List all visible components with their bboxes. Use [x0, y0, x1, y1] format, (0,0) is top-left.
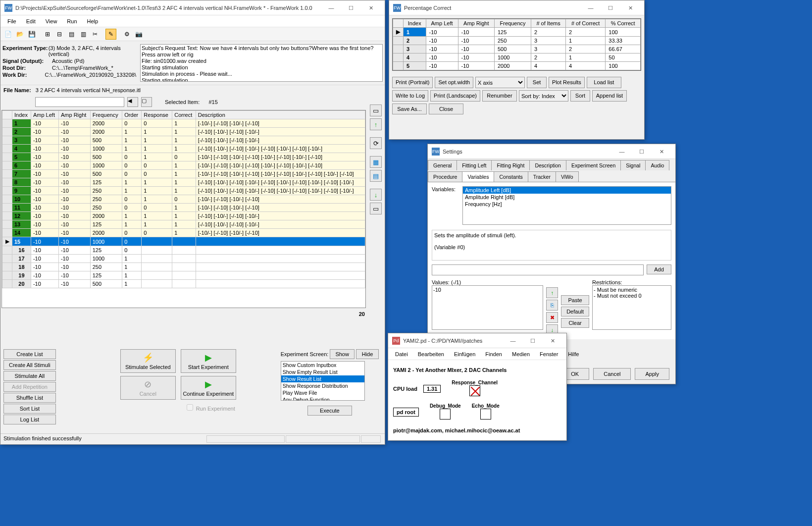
cancel-stim-button[interactable]: ⊘Cancel: [120, 376, 176, 400]
side-refresh-icon[interactable]: ⟳: [370, 137, 382, 149]
tab[interactable]: Constants: [494, 171, 528, 182]
config-icon[interactable]: ⚙: [121, 29, 132, 40]
side-up-icon[interactable]: ↑: [370, 118, 382, 130]
append-list-button[interactable]: Append list: [592, 90, 627, 102]
tab[interactable]: Description: [529, 160, 566, 170]
tab[interactable]: Tracker: [528, 171, 556, 182]
menu-item[interactable]: Finden: [480, 350, 507, 359]
maximize-icon[interactable]: ☐: [601, 1, 620, 15]
list-item[interactable]: Play Wave File: [281, 389, 364, 396]
tool-icon-2[interactable]: ⊟: [54, 29, 65, 40]
echo-mode-toggle[interactable]: [480, 409, 491, 420]
list-button[interactable]: Shuffle List: [3, 393, 56, 403]
new-variable-input[interactable]: [432, 264, 644, 275]
add-button[interactable]: Add: [647, 264, 671, 274]
minimize-icon[interactable]: —: [612, 145, 632, 158]
cancel-button[interactable]: Cancel: [593, 368, 631, 380]
log-output[interactable]: Subject's Request Text: Now we have 4 in…: [140, 44, 383, 82]
menu-run[interactable]: Run: [62, 17, 82, 26]
copy-icon[interactable]: ⎘: [546, 300, 558, 311]
new-icon[interactable]: 📄: [2, 29, 13, 40]
list-item[interactable]: Show Custom Inputbox: [281, 362, 364, 368]
table-row[interactable]: 2-10-102503133.33: [393, 37, 641, 45]
list-item[interactable]: Amplitude Left [dB]: [463, 187, 671, 194]
open-icon[interactable]: 📂: [14, 29, 25, 40]
table-row[interactable]: 5-10-10200044100: [393, 62, 641, 70]
print-portrait-button[interactable]: Print (Portrait): [392, 77, 433, 88]
tool-icon-4[interactable]: ▥: [78, 29, 89, 40]
table-row[interactable]: 16-10-101250: [2, 246, 365, 255]
tab[interactable]: Fitting Left: [457, 160, 492, 170]
load-list-button[interactable]: Load list: [587, 77, 621, 88]
continue-experiment-button[interactable]: ▶Continue Experiment: [181, 376, 236, 400]
debug-mode-toggle[interactable]: [440, 409, 451, 420]
pc-grid[interactable]: IndexAmp LeftAmp RightFrequency# of Item…: [392, 18, 641, 71]
list-button[interactable]: Log List: [3, 415, 56, 424]
side-expand-icon[interactable]: ▭: [370, 203, 382, 214]
table-row[interactable]: ▶15-10-1010000: [2, 237, 365, 246]
prev-icon[interactable]: ◀: [127, 97, 138, 107]
tab[interactable]: Audio: [645, 160, 669, 170]
list-button[interactable]: Stimulate All: [3, 371, 56, 381]
list-item[interactable]: Show Empty Result List: [281, 368, 364, 375]
plot-results-button[interactable]: Plot Results: [549, 77, 585, 88]
menu-edit[interactable]: Edit: [21, 17, 41, 26]
run-experiment-checkbox[interactable]: [187, 404, 193, 411]
hide-button[interactable]: Hide: [356, 349, 379, 359]
list-item[interactable]: Show Result List: [281, 375, 364, 382]
write-log-button[interactable]: Write to Log: [392, 90, 428, 102]
table-row[interactable]: 1-10-102000001[-10/-] [-/-10] [-10/-] [-…: [2, 119, 365, 128]
camera-icon[interactable]: 📷: [133, 29, 144, 40]
stimulate-selected-button[interactable]: ⚡Stimulate Selected: [120, 349, 176, 373]
side-down-icon[interactable]: ↓: [370, 189, 382, 201]
list-item[interactable]: Amplitude Right [dB]: [463, 194, 671, 201]
table-row[interactable]: 4-10-101000111[-/-10] [-10/-] [-/-10] [-…: [2, 145, 365, 153]
minimize-icon[interactable]: —: [321, 1, 341, 15]
menu-help[interactable]: Help: [82, 17, 103, 26]
sortby-select[interactable]: Sort by: Index: [519, 90, 568, 102]
menu-item[interactable]: Fenster: [535, 350, 563, 359]
next-icon[interactable]: ▢: [141, 97, 152, 107]
show-button[interactable]: Show: [330, 349, 355, 359]
table-row[interactable]: 20-10-105001: [2, 280, 365, 288]
default-button[interactable]: Default: [561, 307, 589, 316]
table-row[interactable]: 18-10-102501: [2, 263, 365, 271]
response-channel-toggle[interactable]: [469, 385, 480, 396]
list-button[interactable]: Create List: [3, 349, 56, 359]
set-button[interactable]: Set: [527, 77, 547, 88]
set-opt-width-button[interactable]: Set opt.width: [435, 77, 473, 88]
apply-button[interactable]: Apply: [635, 368, 669, 380]
pd-root-box[interactable]: pd root: [393, 408, 419, 417]
tab[interactable]: ViWo: [556, 171, 579, 182]
menu-item[interactable]: Medien: [507, 350, 535, 359]
tab[interactable]: Fitting Right: [491, 160, 530, 170]
table-row[interactable]: 5-10-10500010[-10/-] [-/-10] [-10/-] [-/…: [2, 153, 365, 161]
menu-item[interactable]: Bearbeiten: [413, 350, 449, 359]
list-item[interactable]: Show Response Distribution: [281, 382, 364, 389]
table-row[interactable]: 8-10-10125111[-/-10] [-10/-] [-/-10] [-1…: [2, 178, 365, 187]
table-row[interactable]: 17-10-1010001: [2, 255, 365, 263]
table-row[interactable]: 2-10-102000111[-/-10] [-10/-] [-/-10] [-…: [2, 128, 365, 136]
table-row[interactable]: 11-10-10250001[-10/-] [-/-10] [-10/-] [-…: [2, 204, 365, 212]
table-row[interactable]: 13-10-10125111[-/-10] [-10/-] [-/-10] [-…: [2, 220, 365, 229]
table-row[interactable]: 4-10-1010002150: [393, 53, 641, 62]
close-button[interactable]: Close: [429, 104, 463, 114]
variables-listbox[interactable]: Amplitude Left [dB]Amplitude Right [dB]F…: [462, 186, 671, 225]
paste-button[interactable]: Paste: [561, 295, 589, 305]
table-row[interactable]: 6-10-101000001[-10/-] [-/-10] [-10/-] [-…: [2, 161, 365, 170]
xaxis-select[interactable]: X axis: [475, 77, 525, 88]
save-icon[interactable]: 💾: [26, 29, 37, 40]
close-icon[interactable]: ✕: [652, 145, 671, 158]
maximize-icon[interactable]: ☐: [523, 334, 543, 348]
delete-icon[interactable]: ✖: [546, 312, 558, 323]
values-textarea[interactable]: -10: [432, 285, 543, 330]
side-grid2-icon[interactable]: ▤: [370, 170, 382, 182]
close-icon[interactable]: ✕: [361, 1, 381, 15]
item-grid[interactable]: IndexAmp LeftAmp RightFrequencyOrderResp…: [1, 110, 366, 308]
highlight-icon[interactable]: ✎: [105, 29, 116, 40]
execute-button[interactable]: Execute: [307, 406, 352, 416]
side-collapse-icon[interactable]: ▭: [370, 105, 382, 116]
tab[interactable]: Experiment Screen: [566, 160, 621, 170]
save-as-button[interactable]: Save As...: [392, 104, 427, 114]
menu-item[interactable]: Einfügen: [449, 350, 480, 359]
